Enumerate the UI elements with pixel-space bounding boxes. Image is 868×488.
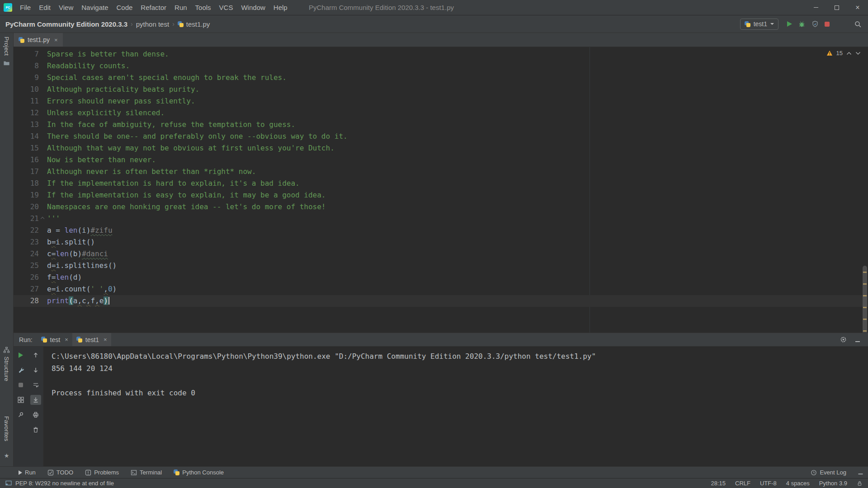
editor-line[interactable]: 16Now is better than never.	[14, 154, 868, 166]
event-log-button[interactable]: Event Log	[807, 469, 849, 476]
editor-line[interactable]: 22a = len(i)#zifu	[14, 225, 868, 236]
editor-tab-test1py[interactable]: test1.py ×	[14, 33, 63, 47]
readonly-lock-icon[interactable]	[857, 480, 863, 486]
up-stack-trace-icon[interactable]	[30, 350, 41, 360]
rerun-button[interactable]	[15, 350, 26, 360]
caret-position[interactable]: 28:15	[711, 480, 726, 487]
stop-button[interactable]	[825, 22, 830, 27]
status-message[interactable]: PEP 8: W292 no newline at end of file	[15, 480, 114, 487]
stop-button-disabled[interactable]	[15, 380, 26, 390]
menu-item-file[interactable]: File	[16, 0, 35, 15]
breadcrumb-file[interactable]: test1.py	[186, 20, 210, 28]
editor-line[interactable]: 11Errors should never pass silently.	[14, 95, 868, 107]
file-encoding[interactable]: UTF-8	[760, 480, 777, 487]
tool-button-python-console[interactable]: Python Console	[170, 469, 227, 476]
menu-item-code[interactable]: Code	[112, 0, 137, 15]
search-icon[interactable]	[854, 20, 862, 28]
editor-line[interactable]: 19If the implementation is easy to expla…	[14, 189, 868, 201]
menu-item-edit[interactable]: Edit	[35, 0, 55, 15]
soft-wrap-icon[interactable]	[30, 380, 41, 390]
next-warning-icon[interactable]	[855, 52, 861, 55]
line-number: 9	[14, 72, 39, 84]
menu-item-view[interactable]: View	[55, 0, 77, 15]
inspections-widget[interactable]: 15	[826, 50, 861, 56]
interpreter[interactable]: Python 3.9	[819, 480, 847, 487]
run-tab-test1[interactable]: test1×	[72, 333, 111, 346]
close-icon[interactable]: ×	[65, 336, 68, 343]
python-file-icon	[19, 37, 24, 43]
editor-line[interactable]: 21'''	[14, 213, 868, 225]
menu-item-window[interactable]: Window	[237, 0, 269, 15]
editor-line[interactable]: 27e=i.count(' ',0)	[14, 283, 868, 295]
toolwindow-switcher-icon[interactable]	[5, 480, 12, 486]
gutter-fold-area	[39, 131, 47, 142]
hide-toolwindow-bars-icon[interactable]	[858, 469, 863, 475]
editor-line[interactable]: 13In the face of ambiguity, refuse the t…	[14, 119, 868, 131]
breadcrumb-project[interactable]: PyCharm Community Edition 2020.3.3	[5, 20, 127, 28]
editor-line[interactable]: 10Although practicality beats purity.	[14, 84, 868, 95]
code-segment: ,	[95, 296, 99, 305]
menu-item-run[interactable]: Run	[170, 0, 191, 15]
editor-line[interactable]: 23b=i.split()	[14, 236, 868, 248]
maximize-button[interactable]	[826, 0, 847, 15]
code-segment: i.count(	[56, 285, 90, 293]
tool-button-structure[interactable]: Structure	[3, 357, 10, 381]
editor-scrollbar-thumb[interactable]	[863, 266, 867, 333]
coverage-button[interactable]	[811, 20, 819, 28]
editor-line[interactable]: 20Namespaces are one honking great idea …	[14, 201, 868, 213]
menu-item-vcs[interactable]: VCS	[215, 0, 237, 15]
editor-line[interactable]: 28print(a,c,f,e)	[14, 295, 868, 307]
edit-configuration-icon[interactable]	[15, 365, 26, 375]
tool-button-run[interactable]: Run	[15, 469, 39, 476]
indent-style[interactable]: 4 spaces	[786, 480, 810, 487]
editor-line[interactable]: 9Special cases aren't special enough to …	[14, 72, 868, 84]
print-icon[interactable]	[30, 410, 41, 420]
scroll-to-end-icon[interactable]	[30, 395, 41, 405]
run-button[interactable]	[787, 21, 792, 27]
down-stack-trace-icon[interactable]	[30, 365, 41, 375]
clear-all-icon[interactable]	[30, 425, 41, 435]
minimize-button[interactable]	[806, 0, 826, 15]
star-icon[interactable]: ★	[4, 452, 9, 459]
editor-line[interactable]: 14There should be one-- and preferably o…	[14, 131, 868, 142]
debug-button[interactable]	[798, 20, 806, 28]
tool-button-terminal[interactable]: Terminal	[127, 469, 165, 476]
code-segment: Sparse is better than dense.	[47, 50, 169, 58]
pin-tab-icon[interactable]	[15, 410, 26, 420]
prev-warning-icon[interactable]	[846, 52, 852, 55]
editor-line[interactable]: 7Sparse is better than dense.	[14, 48, 868, 60]
code-text: c=len(b)#danci	[47, 248, 868, 260]
editor-line[interactable]: 25d=i.splitlines()	[14, 260, 868, 272]
fold-marker-icon[interactable]	[41, 217, 44, 221]
tool-button-favorites[interactable]: Favorites	[3, 416, 10, 441]
console-output[interactable]: C:\Users\86180\AppData\Local\Programs\Py…	[43, 347, 868, 466]
run-tab-test[interactable]: test×	[37, 333, 72, 346]
menu-item-help[interactable]: Help	[269, 0, 292, 15]
menu-item-navigate[interactable]: Navigate	[77, 0, 112, 15]
line-ending[interactable]: CRLF	[735, 480, 750, 487]
menu-item-tools[interactable]: Tools	[191, 0, 215, 15]
folder-icon[interactable]	[3, 60, 10, 66]
close-icon[interactable]: ×	[54, 37, 58, 43]
tool-button-problems[interactable]: Problems	[82, 469, 122, 476]
menu-item-refactor[interactable]: Refactor	[137, 0, 170, 15]
tool-button-project[interactable]: Project	[3, 37, 10, 56]
editor-line[interactable]: 8Readability counts.	[14, 60, 868, 72]
breadcrumb-folder[interactable]: python test	[136, 20, 169, 28]
hide-panel-icon[interactable]	[854, 337, 861, 343]
tool-button-todo[interactable]: TODO	[44, 469, 76, 476]
restore-layout-icon[interactable]	[15, 395, 26, 405]
close-button[interactable]: ×	[847, 0, 868, 15]
editor-line[interactable]: 24c=len(b)#danci	[14, 248, 868, 260]
structure-icon[interactable]	[3, 347, 10, 353]
editor-line[interactable]: 12Unless explicitly silenced.	[14, 107, 868, 119]
close-icon[interactable]: ×	[104, 336, 107, 343]
run-configuration-select[interactable]: test1	[740, 19, 778, 30]
editor-line[interactable]: 18If the implementation is hard to expla…	[14, 178, 868, 189]
code-editor[interactable]: 7Sparse is better than dense.8Readabilit…	[14, 47, 868, 333]
editor-line[interactable]: 15Although that way may not be obvious a…	[14, 142, 868, 154]
editor-line[interactable]: 26f=len(d)	[14, 272, 868, 283]
gutter-fold-area	[39, 95, 47, 107]
settings-gear-icon[interactable]	[840, 336, 847, 343]
editor-line[interactable]: 17Although never is often better than *r…	[14, 166, 868, 178]
